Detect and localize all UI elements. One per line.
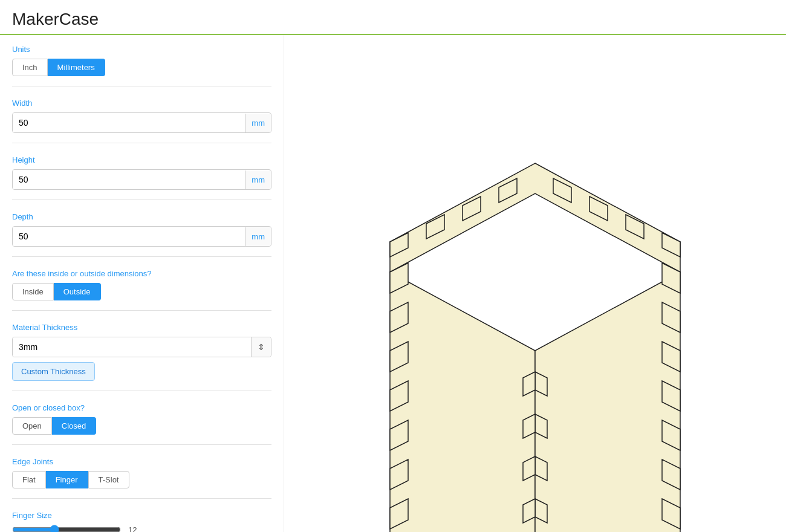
svg-marker-10 <box>535 272 680 533</box>
svg-marker-0 <box>390 163 680 272</box>
width-input[interactable] <box>13 113 245 132</box>
box-open-button[interactable]: Open <box>12 417 52 435</box>
select-arrow-icon: ⇕ <box>251 337 271 357</box>
edge-joints-section: Edge Joints Flat Finger T-Slot <box>12 457 271 499</box>
width-section: Width mm <box>12 99 271 143</box>
finger-size-section: Finger Size 12 <box>12 511 271 532</box>
box-type-question: Open or closed box? <box>12 403 271 412</box>
finger-size-slider-container: 12 <box>12 525 271 532</box>
depth-input-row: mm <box>12 226 271 247</box>
finger-size-value: 12 <box>128 525 137 533</box>
height-section: Height mm <box>12 155 271 200</box>
edge-joints-toggle-group: Flat Finger T-Slot <box>12 471 271 488</box>
height-input-row: mm <box>12 169 271 190</box>
material-thickness-section: Material Thickness 1mm 2mm 3mm 4mm 5mm 6… <box>12 323 271 391</box>
finger-size-label: Finger Size <box>12 511 271 520</box>
finger-size-slider[interactable] <box>12 525 121 532</box>
box-closed-button[interactable]: Closed <box>52 417 96 435</box>
preview-area: .box-face { fill: #f5f0d0; stroke: #222;… <box>284 35 786 532</box>
units-inch-button[interactable]: Inch <box>12 59 48 76</box>
width-label: Width <box>12 99 271 108</box>
app-title: MakerCase <box>12 10 774 29</box>
material-thickness-select-row: 1mm 2mm 3mm 4mm 5mm 6mm 9mm 12mm 18mm ⇕ <box>12 337 271 357</box>
units-section: Units Inch Millimeters <box>12 45 271 86</box>
dimensions-inside-button[interactable]: Inside <box>12 283 54 300</box>
width-input-row: mm <box>12 112 271 133</box>
edge-joints-label: Edge Joints <box>12 457 271 466</box>
edge-finger-button[interactable]: Finger <box>46 471 88 488</box>
height-suffix: mm <box>245 170 271 189</box>
edge-tslot-button[interactable]: T-Slot <box>88 471 129 488</box>
height-input[interactable] <box>13 170 245 189</box>
units-label: Units <box>12 45 271 54</box>
dimensions-question: Are these inside or outside dimensions? <box>12 269 271 278</box>
material-thickness-select[interactable]: 1mm 2mm 3mm 4mm 5mm 6mm 9mm 12mm 18mm <box>13 337 251 357</box>
svg-marker-9 <box>390 272 535 533</box>
dimensions-outside-button[interactable]: Outside <box>54 283 101 300</box>
edge-flat-button[interactable]: Flat <box>12 471 46 488</box>
depth-input[interactable] <box>13 227 245 246</box>
height-label: Height <box>12 155 271 164</box>
depth-suffix: mm <box>245 227 271 246</box>
units-toggle-group: Inch Millimeters <box>12 59 271 76</box>
slider-row: 12 <box>12 525 271 532</box>
box-3d-preview: .box-face { fill: #f5f0d0; stroke: #222;… <box>330 112 741 533</box>
sidebar: Units Inch Millimeters Width mm Height m… <box>0 35 284 532</box>
dimensions-toggle-group: Inside Outside <box>12 283 271 300</box>
material-thickness-label: Material Thickness <box>12 323 271 332</box>
units-millimeters-button[interactable]: Millimeters <box>48 59 105 76</box>
custom-thickness-button[interactable]: Custom Thickness <box>12 362 95 381</box>
box-type-section: Open or closed box? Open Closed <box>12 403 271 445</box>
depth-label: Depth <box>12 212 271 221</box>
box-type-toggle-group: Open Closed <box>12 417 271 435</box>
dimensions-type-section: Are these inside or outside dimensions? … <box>12 269 271 311</box>
app-header: MakerCase <box>0 0 786 35</box>
width-suffix: mm <box>245 114 271 132</box>
main-layout: Units Inch Millimeters Width mm Height m… <box>0 35 786 532</box>
depth-section: Depth mm <box>12 212 271 257</box>
